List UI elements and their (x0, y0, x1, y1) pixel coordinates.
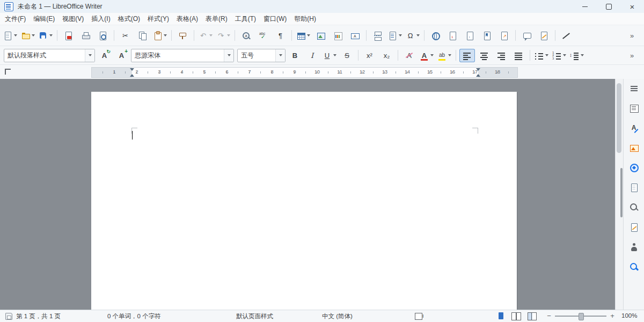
paragraph-style-combobox[interactable]: 默认段落样式 (4, 49, 95, 62)
track-changes-button[interactable] (536, 29, 552, 42)
font-color-button[interactable]: A (419, 49, 435, 62)
manage-changes-button[interactable] (626, 220, 642, 234)
insert-hyperlink-button[interactable] (428, 29, 443, 42)
insert-page-break-button[interactable] (370, 29, 385, 42)
zoom-slider[interactable] (555, 316, 606, 317)
print-button[interactable] (78, 29, 93, 42)
menu-format[interactable]: 格式(O) (114, 13, 144, 25)
open-dropdown-arrow[interactable] (32, 34, 35, 36)
font-size-combobox[interactable]: 五号 (237, 49, 286, 62)
update-style-button[interactable]: A (97, 49, 112, 62)
zoom-in-button[interactable]: + (609, 312, 616, 320)
redo-button[interactable]: ↷ (215, 29, 231, 42)
right-indent-marker-top[interactable] (476, 68, 480, 71)
underline-dropdown-arrow[interactable] (333, 54, 336, 56)
zoom-percent[interactable]: 100% (621, 312, 637, 319)
insert-bookmark-button[interactable] (479, 29, 495, 42)
unordered-list-button[interactable] (533, 49, 550, 62)
find-and-replace-button[interactable] (238, 29, 254, 42)
page-number-status[interactable]: 第 1 页，共 1 页 (16, 312, 61, 320)
unordered-list-dropdown-arrow[interactable] (545, 54, 548, 56)
clear-formatting-button[interactable]: A (401, 49, 417, 62)
underline-button[interactable]: U (321, 49, 338, 62)
font-size-dropdown-arrow[interactable] (275, 49, 285, 62)
new-style-button[interactable]: A (114, 49, 129, 62)
insert-footnote-button[interactable] (445, 29, 460, 42)
line-spacing-button[interactable] (569, 49, 585, 62)
gallery-button[interactable] (626, 141, 642, 155)
scrollbar-thumb[interactable] (617, 83, 621, 153)
insert-image-button[interactable] (313, 29, 328, 42)
undo-dropdown-arrow[interactable] (209, 34, 213, 36)
styles-button[interactable]: A (626, 121, 642, 135)
insert-table-dropdown-arrow[interactable] (307, 34, 310, 36)
properties-button[interactable] (626, 101, 642, 115)
insert-line-button[interactable] (559, 29, 574, 42)
style-inspector-button[interactable] (626, 200, 642, 214)
align-justify-button[interactable] (511, 49, 526, 62)
tab-stop-selector[interactable] (5, 69, 11, 75)
insert-endnote-button[interactable] (462, 29, 478, 42)
horizontal-ruler[interactable]: 123456789101112131415161718 (91, 67, 518, 78)
insert-comment-button[interactable] (519, 29, 535, 42)
clone-formatting-button[interactable] (175, 29, 191, 42)
new-document-dropdown-arrow[interactable] (14, 34, 17, 36)
accessibility-check-button[interactable] (626, 240, 642, 254)
paragraph-style-dropdown-arrow[interactable] (85, 49, 94, 62)
menu-insert[interactable]: 插入(I) (87, 13, 114, 25)
insert-field-dropdown-arrow[interactable] (399, 34, 402, 36)
menu-table[interactable]: 表格(A) (173, 13, 202, 25)
copy-button[interactable] (135, 29, 150, 42)
highlight-color-dropdown-arrow[interactable] (448, 54, 451, 56)
multi-page-view-button[interactable] (511, 311, 521, 320)
insert-text-box-button[interactable] (347, 29, 363, 42)
redo-dropdown-arrow[interactable] (227, 34, 230, 36)
navigator-button[interactable] (626, 160, 642, 174)
sidebar-settings-button[interactable] (626, 81, 642, 95)
zoom-out-button[interactable]: − (545, 312, 553, 320)
insert-special-character-dropdown-arrow[interactable] (416, 34, 420, 36)
formatting-marks-button[interactable]: ¶ (273, 29, 288, 42)
insert-table-button[interactable] (295, 29, 311, 42)
right-indent-marker-bottom[interactable] (476, 74, 480, 77)
formatting-toolbar-overflow-button[interactable]: » (622, 49, 642, 62)
align-right-button[interactable] (494, 49, 509, 62)
paste-dropdown-arrow[interactable] (164, 34, 167, 36)
ordered-list-button[interactable] (551, 49, 567, 62)
italic-button[interactable]: I (304, 49, 320, 62)
language-status[interactable]: 中文 (简体) (322, 312, 353, 320)
font-name-combobox[interactable]: 思源宋体 (131, 49, 234, 62)
word-count-status[interactable]: 0 个单词，0 个字符 (107, 312, 161, 320)
zoom-slider-thumb[interactable] (579, 313, 584, 320)
menu-file[interactable]: 文件(F) (1, 13, 30, 25)
line-spacing-dropdown-arrow[interactable] (581, 54, 584, 56)
align-left-button[interactable] (459, 49, 475, 62)
single-page-view-button[interactable] (496, 311, 506, 320)
find-button[interactable] (626, 260, 642, 274)
superscript-button[interactable]: x² (362, 49, 377, 62)
cut-button[interactable]: ✂ (118, 29, 133, 42)
ordered-list-dropdown-arrow[interactable] (563, 54, 566, 56)
export-pdf-button[interactable] (61, 29, 76, 42)
spelling-check-button[interactable] (255, 29, 271, 42)
page-style-status[interactable]: 默认页面样式 (236, 312, 273, 320)
highlight-color-button[interactable]: ab (436, 49, 452, 62)
left-indent-marker-bottom[interactable] (130, 74, 134, 77)
close-button[interactable]: × (620, 0, 644, 13)
menu-styles[interactable]: 样式(Y) (144, 13, 173, 25)
menu-form[interactable]: 表单(R) (202, 13, 231, 25)
save-button[interactable] (38, 29, 54, 42)
insert-field-button[interactable] (387, 29, 403, 42)
insert-special-character-button[interactable]: Ω (405, 29, 421, 42)
book-view-button[interactable] (528, 311, 537, 320)
save-dropdown-arrow[interactable] (49, 34, 53, 36)
menu-tools[interactable]: 工具(T) (231, 13, 260, 25)
page-button[interactable] (626, 180, 642, 194)
maximize-button[interactable] (597, 0, 620, 13)
insert-chart-button[interactable] (330, 29, 346, 42)
print-preview-button[interactable] (95, 29, 111, 42)
document-page[interactable] (91, 92, 517, 310)
menu-help[interactable]: 帮助(H) (290, 13, 320, 25)
minimize-button[interactable] (573, 0, 597, 13)
menu-view[interactable]: 视图(V) (58, 13, 87, 25)
